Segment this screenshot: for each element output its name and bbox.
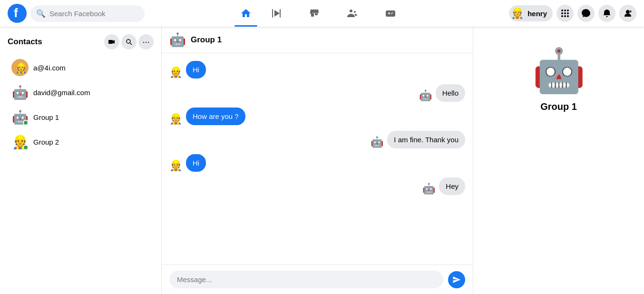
svg-point-12: [564, 10, 566, 11]
nav-groups-button[interactable]: [333, 2, 371, 25]
left-sidebar: Contacts ··· 👷 a@4i.com: [0, 27, 162, 294]
svg-text:👷: 👷: [15, 62, 27, 74]
contacts-actions: ···: [104, 34, 154, 49]
svg-point-6: [350, 10, 352, 12]
user-profile-chip[interactable]: 👷 henry: [509, 5, 553, 21]
video-call-button[interactable]: [104, 34, 119, 49]
chat-input-area: [162, 265, 473, 294]
svg-point-11: [561, 10, 563, 11]
svg-point-13: [567, 10, 569, 11]
send-button[interactable]: [448, 271, 465, 288]
nav-marketplace-button[interactable]: [295, 2, 333, 25]
svg-point-10: [391, 13, 392, 14]
message-row: I am fine. Thank you 🤖: [169, 131, 465, 148]
chat-group-avatar: 🤖: [169, 32, 186, 48]
message-bubble: Hello: [436, 84, 465, 102]
contact-avatar: 👷: [11, 59, 29, 76]
search-icon: 🔍: [36, 9, 46, 18]
contact-item[interactable]: 👷 a@4i.com: [8, 55, 154, 80]
svg-text:f: f: [14, 6, 18, 20]
account-menu-button[interactable]: [619, 5, 636, 22]
contact-item[interactable]: 👷 Group 2: [8, 129, 154, 154]
contact-name: david@gmail.com: [33, 88, 90, 97]
svg-rect-4: [311, 13, 314, 17]
svg-rect-3: [280, 9, 281, 18]
contact-name: Group 1: [33, 113, 59, 121]
main-layout: Contacts ··· 👷 a@4i.com: [0, 27, 644, 294]
nav-watch-button[interactable]: [257, 2, 295, 25]
message-bubble: How are you ?: [186, 108, 245, 125]
message-avatar: 🤖: [371, 136, 383, 148]
chat-area: 🤖 Group 1 👷 Hi Hello 🤖 👷 How are you ? I…: [162, 27, 473, 294]
topnav-left: f 🔍: [8, 4, 150, 23]
online-indicator: [23, 120, 29, 126]
message-avatar: 👷: [169, 159, 182, 172]
message-row: 👷 Hi: [169, 61, 465, 78]
message-bubble: Hey: [439, 177, 465, 195]
contacts-title: Contacts: [8, 37, 42, 47]
message-avatar: 🤖: [419, 89, 432, 102]
svg-rect-5: [315, 13, 318, 15]
notifications-button[interactable]: [598, 5, 615, 22]
apps-button[interactable]: [556, 5, 574, 22]
svg-rect-8: [386, 10, 395, 17]
contact-name: Group 2: [33, 138, 59, 146]
message-avatar: 🤖: [422, 183, 435, 195]
nav-home-button[interactable]: [234, 2, 257, 25]
svg-point-16: [567, 12, 569, 14]
chat-messages: 👷 Hi Hello 🤖 👷 How are you ? I am fine. …: [162, 53, 473, 265]
message-row: 👷 Hi: [169, 154, 465, 172]
contact-avatar: 🤖: [11, 84, 29, 101]
search-box[interactable]: 🔍: [30, 5, 145, 22]
search-contacts-button[interactable]: [121, 34, 137, 49]
group-profile-avatar: 🤖: [532, 46, 585, 96]
svg-point-7: [354, 11, 356, 13]
user-avatar: 👷: [511, 7, 524, 20]
topnav-center: [150, 2, 494, 25]
contact-avatar: 🤖: [11, 108, 29, 126]
contact-avatar: 👷: [11, 133, 29, 150]
right-sidebar: 🤖 Group 1: [473, 27, 644, 294]
svg-point-19: [567, 15, 569, 17]
contacts-more-button[interactable]: ···: [138, 34, 154, 49]
svg-point-17: [561, 15, 563, 17]
top-navigation: f 🔍 👷 henry: [0, 0, 644, 27]
message-row: Hey 🤖: [169, 177, 465, 195]
svg-point-20: [626, 10, 630, 14]
online-indicator: [23, 145, 29, 150]
svg-line-22: [130, 43, 132, 45]
group-profile-name: Group 1: [540, 101, 577, 112]
message-bubble: Hi: [186, 61, 206, 78]
facebook-logo[interactable]: f: [8, 4, 27, 23]
contact-item[interactable]: 🤖 david@gmail.com: [8, 80, 154, 105]
contact-item[interactable]: 🤖 Group 1: [8, 105, 154, 129]
svg-point-18: [564, 15, 566, 17]
user-name: henry: [527, 10, 547, 18]
contacts-header: Contacts ···: [8, 34, 154, 49]
message-avatar: 👷: [169, 113, 182, 125]
chat-header: 🤖 Group 1: [162, 27, 473, 53]
svg-point-9: [392, 12, 393, 13]
message-bubble: Hi: [186, 154, 206, 172]
topnav-right: 👷 henry: [494, 5, 636, 22]
svg-point-21: [127, 39, 130, 43]
chat-group-name: Group 1: [191, 35, 222, 45]
message-row: 👷 How are you ?: [169, 108, 465, 125]
message-input[interactable]: [169, 271, 443, 288]
messenger-button[interactable]: [577, 5, 595, 22]
nav-gaming-button[interactable]: [371, 2, 410, 25]
svg-point-14: [561, 12, 563, 14]
message-row: Hello 🤖: [169, 84, 465, 102]
svg-point-15: [564, 12, 566, 14]
svg-rect-2: [272, 9, 273, 18]
search-input[interactable]: [49, 10, 139, 18]
message-avatar: 👷: [169, 66, 182, 78]
message-bubble: I am fine. Thank you: [387, 131, 465, 148]
contact-name: a@4i.com: [33, 64, 66, 72]
